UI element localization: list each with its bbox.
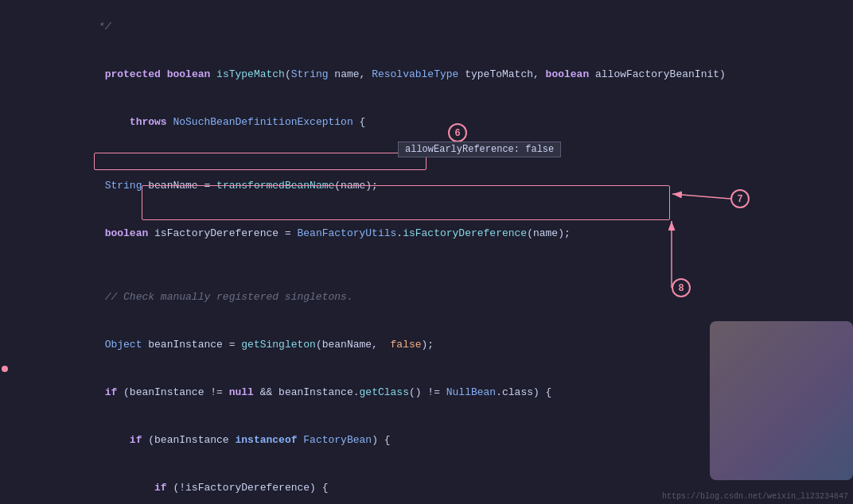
code-plain: (name); [527,227,571,239]
code-plain [80,386,104,398]
line-5: String beanName = transformedBeanName(na… [0,162,853,210]
code-keyword2: instanceof [235,434,297,446]
code-plain [80,227,104,239]
code-plain: beanName = [142,180,216,192]
code-keyword: boolean [167,68,211,80]
content-c1: // Check manually registered singletons. [24,273,853,321]
content-6: boolean isFactoryDereference = BeanFacto… [24,210,853,258]
code-type: BeanFactoryUtils [297,227,396,239]
code-plain [80,68,104,80]
code-keyword: boolean [105,227,149,239]
code-keyword: null [229,386,254,398]
code-plain: typeToMatch, [458,68,545,80]
code-plain: allowFactoryBeanInit) [589,68,726,80]
code-plain: isFactoryDereference = [148,227,297,239]
code-plain: (!isFactoryDereference) { [167,482,329,494]
code-plain [80,434,129,446]
line-3: throws NoSuchBeanDefinitionException { [0,99,853,146]
line-6: boolean isFactoryDereference = BeanFacto… [0,210,853,258]
code-keyword: if [154,482,167,494]
code-type: String [105,180,142,192]
code-method: isFactoryDereference [403,227,527,239]
watermark-image [710,321,853,480]
line-comment1: // Check manually registered singletons. [0,273,853,321]
code-type: ResolvableType [372,68,458,80]
line-1: */ [0,3,853,51]
code-plain: . [396,227,403,239]
code-method: getClass [360,386,409,398]
code-plain: ); [422,339,434,351]
code-keyword: if [105,386,118,398]
code-plain: (beanInstance != [117,386,228,398]
code-plain: name, [329,68,372,80]
content-5: String beanName = transformedBeanName(na… [24,162,853,210]
code-plain: (beanInstance [142,434,235,446]
code-plain [80,339,104,351]
code-plain: && beanInstance. [254,386,360,398]
code-type: String [291,68,329,80]
code-plain [80,116,129,128]
code-keyword: boolean [546,68,590,80]
url-bar: https://blog.csdn.net/weixin_li23234647 [659,490,851,502]
code-method: transformedBeanName [216,180,334,192]
code-bool: false [391,339,422,351]
code-method: getSingleton [241,339,316,351]
code-keyword: if [130,434,142,446]
code-plain: (name); [334,180,378,192]
code-comment: */ [80,21,111,33]
breakpoint-dot [2,366,8,372]
content-1: */ [24,3,853,51]
code-keyword: protected [105,68,161,80]
code-plain: (beanName, [316,339,391,351]
content-2: protected boolean isTypeMatch(String nam… [24,51,853,99]
line-2: protected boolean isTypeMatch(String nam… [0,51,853,99]
code-editor: */ protected boolean isTypeMatch(String … [0,0,853,504]
code-type: NoSuchBeanDefinitionException [173,116,352,128]
code-type: FactoryBean [303,434,372,446]
code-plain [80,180,104,192]
content-blank [24,146,853,162]
line-blank-1 [0,146,853,162]
code-type: Object [105,339,142,351]
content-3: throws NoSuchBeanDefinitionException { [24,99,853,146]
content-blank2 [24,258,853,273]
code-method: isTypeMatch [216,68,285,80]
code-plain: { [353,116,366,128]
code-plain: ) { [372,434,390,446]
line-blank-2 [0,258,853,273]
code-plain: .class) { [496,386,551,398]
code-plain: () != [409,386,446,398]
code-plain [80,482,154,494]
code-plain: ( [285,68,291,80]
code-type: NullBean [446,386,496,398]
code-plain: beanInstance = [142,339,241,351]
code-comment: // Check manually registered singletons. [80,291,352,303]
code-plain [210,68,216,80]
code-plain [161,68,167,80]
code-keyword: throws [130,116,167,128]
